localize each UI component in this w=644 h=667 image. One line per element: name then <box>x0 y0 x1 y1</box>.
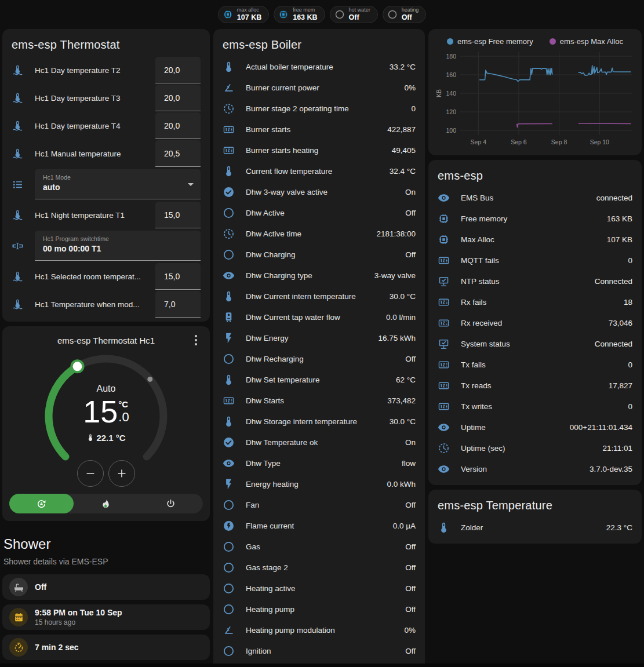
number-input[interactable]: 20,0 <box>155 85 201 111</box>
entity-row[interactable]: Dhw Typeflow <box>213 453 425 473</box>
shower-tile[interactable]: 7 min 2 sec <box>2 635 210 660</box>
entity-row[interactable]: Flame current0.0 µA <box>213 515 425 536</box>
hvac-mode-off-button[interactable] <box>139 494 203 513</box>
entity-row[interactable]: Version3.7.0-dev.35 <box>428 458 642 479</box>
badge-label: heating <box>402 8 419 13</box>
tile-text: Off <box>35 582 46 592</box>
entity-row[interactable]: Heating pump modulation0% <box>213 619 425 640</box>
entity-row[interactable]: Zolder22.3 °C <box>428 517 642 538</box>
number-input[interactable]: 15,0 <box>155 202 201 228</box>
entity-row[interactable]: FanOff <box>213 494 425 515</box>
entity-row[interactable]: Free memory163 KB <box>428 208 642 229</box>
entity-label: Flame current <box>246 522 387 530</box>
top-badge-free-mem[interactable]: free mem163 KB <box>274 6 325 23</box>
number-input[interactable]: 20,5 <box>155 140 201 167</box>
entity-row[interactable]: Dhw Storage intern temperature30.0 °C <box>213 411 425 432</box>
entity-row[interactable]: Burner stage 2 operating time0 <box>213 98 425 119</box>
badge-text: free mem163 KB <box>293 8 317 21</box>
badge-text: hot waterOff <box>349 8 370 21</box>
entity-label: Tx fails <box>461 360 622 369</box>
entity-row[interactable]: Burner starts422,887 <box>213 119 425 140</box>
top-badge-hot-water[interactable]: hot waterOff <box>330 6 378 23</box>
entity-label: Dhw Charging type <box>246 271 369 280</box>
entity-row[interactable]: Energy heating0.0 kWh <box>213 473 425 494</box>
entity-row[interactable]: Hc1 Manual temperature20,5 <box>2 140 210 167</box>
entity-row[interactable]: Hc1 Program switchtime00 mo 00:00 T1 <box>2 229 210 263</box>
tile-primary: 9:58 PM on Tue 10 Sep <box>35 608 122 617</box>
number-input[interactable]: 15,0 <box>155 263 201 290</box>
thermometer-water-icon <box>12 120 26 132</box>
decrease-temp-button[interactable] <box>77 460 104 487</box>
badge-value: 163 KB <box>293 14 317 21</box>
shower-tile[interactable]: Off <box>2 574 210 600</box>
more-menu-icon[interactable] <box>190 333 202 347</box>
entity-row[interactable]: Hc1 Day temperature T420,0 <box>2 112 210 140</box>
thermostat-rows: Hc1 Day temperature T220,0Hc1 Day temper… <box>2 56 210 322</box>
entity-row[interactable]: Uptime000+21:11:01.434 <box>428 417 642 438</box>
middle-column: ems-esp Boiler Actual boiler temperature… <box>213 29 425 667</box>
entity-value: 422,887 <box>387 125 416 134</box>
entity-row[interactable]: Dhw 3-way valve activeOn <box>213 181 425 202</box>
hvac-mode-auto-button[interactable]: A <box>9 494 74 513</box>
legend-dot-icon <box>447 38 453 45</box>
text-input[interactable]: Hc1 Program switchtime00 mo 00:00 T1 <box>35 231 201 261</box>
entity-row[interactable]: Dhw RechargingOff <box>213 348 425 369</box>
entity-row[interactable]: System statusConnected <box>428 333 642 354</box>
entity-row[interactable]: Dhw ActiveOff <box>213 202 425 223</box>
entity-row[interactable]: Rx received73,046 <box>428 312 642 333</box>
entity-value: On <box>405 188 416 196</box>
entity-row[interactable]: Current flow temperature32.4 °C <box>213 161 425 181</box>
entity-value: Off <box>405 647 416 655</box>
entity-row[interactable]: Gas stage 2Off <box>213 557 425 578</box>
hvac-mode-heat-button[interactable] <box>74 494 138 513</box>
entity-row[interactable]: Burner starts heating49,405 <box>213 140 425 161</box>
entity-label: Hc1 Day temperature T2 <box>35 66 155 75</box>
number-input[interactable]: 20,0 <box>155 112 201 139</box>
mode-select[interactable]: Hc1 Modeauto <box>35 169 201 199</box>
entity-row[interactable]: Dhw ChargingOff <box>213 244 425 265</box>
entity-row[interactable]: Hc1 Temperature when mod...7,0 <box>2 290 210 318</box>
entity-row[interactable]: Max Alloc107 KB <box>428 229 642 250</box>
entity-row[interactable]: Heating activeOff <box>213 578 425 599</box>
entity-row[interactable]: Dhw Temperature okOn <box>213 432 425 453</box>
entity-row[interactable]: Dhw Starts373,482 <box>213 390 425 411</box>
entity-row[interactable]: Dhw Active time2181:38:00 <box>213 223 425 244</box>
entity-row[interactable]: Hc1 Night temperature T115,0 <box>2 201 210 229</box>
entity-label: Hc1 Manual temperature <box>35 150 155 158</box>
entity-row[interactable]: Tx writes0 <box>428 396 642 417</box>
entity-row[interactable]: Tx fails0 <box>428 354 642 375</box>
entity-row[interactable]: Heating pumpOff <box>213 599 425 619</box>
entity-row[interactable]: Tx reads17,827 <box>428 375 642 396</box>
entity-row[interactable]: Dhw Energy16.75 kWh <box>213 327 425 348</box>
entity-label: Tx reads <box>461 381 603 390</box>
shower-tile[interactable]: 9:58 PM on Tue 10 Sep15 hours ago <box>2 604 210 630</box>
entity-row[interactable]: Uptime (sec)21:11:01 <box>428 438 642 458</box>
thermostat-dial: Auto 15 °C .0 22.1 °C <box>37 348 176 487</box>
top-badge-heating[interactable]: heatingOff <box>383 6 427 23</box>
entity-row[interactable]: Hc1 Day temperature T320,0 <box>2 84 210 112</box>
number-input[interactable]: 20,0 <box>155 57 201 83</box>
legend-item[interactable]: ems-esp Max Alloc <box>550 37 623 46</box>
svg-text:Sep 8: Sep 8 <box>551 138 567 145</box>
entity-row[interactable]: IgnitionOff <box>213 640 425 661</box>
device-rows: EMS BusconnectedFree memory163 KBMax All… <box>428 187 642 485</box>
number-input[interactable]: 7,0 <box>155 291 201 318</box>
entity-row[interactable]: MQTT fails0 <box>428 250 642 271</box>
entity-row[interactable]: Dhw Current intern temperature30.0 °C <box>213 286 425 307</box>
legend-item[interactable]: ems-esp Free memory <box>447 37 533 46</box>
entity-row[interactable]: Dhw Set temperature62 °C <box>213 369 425 390</box>
entity-row[interactable]: Dhw Charging type3-way valve <box>213 265 425 286</box>
entity-label: Dhw Set temperature <box>246 376 390 384</box>
entity-row[interactable]: Burner current power0% <box>213 77 425 98</box>
entity-row[interactable]: Hc1 Modeauto <box>2 167 210 201</box>
entity-row[interactable]: NTP statusConnected <box>428 271 642 291</box>
entity-row[interactable]: Hc1 Selected room temperat...15,0 <box>2 263 210 290</box>
entity-row[interactable]: EMS Busconnected <box>428 187 642 208</box>
increase-temp-button[interactable] <box>108 460 135 487</box>
entity-row[interactable]: Rx fails18 <box>428 291 642 312</box>
top-badge-max-alloc[interactable]: max alloc107 KB <box>218 6 269 23</box>
entity-row[interactable]: GasOff <box>213 536 425 557</box>
entity-row[interactable]: Hc1 Day temperature T220,0 <box>2 56 210 84</box>
entity-row[interactable]: Dhw Current tap water flow0.0 l/min <box>213 307 425 327</box>
entity-row[interactable]: Actual boiler temperature33.2 °C <box>213 56 425 77</box>
